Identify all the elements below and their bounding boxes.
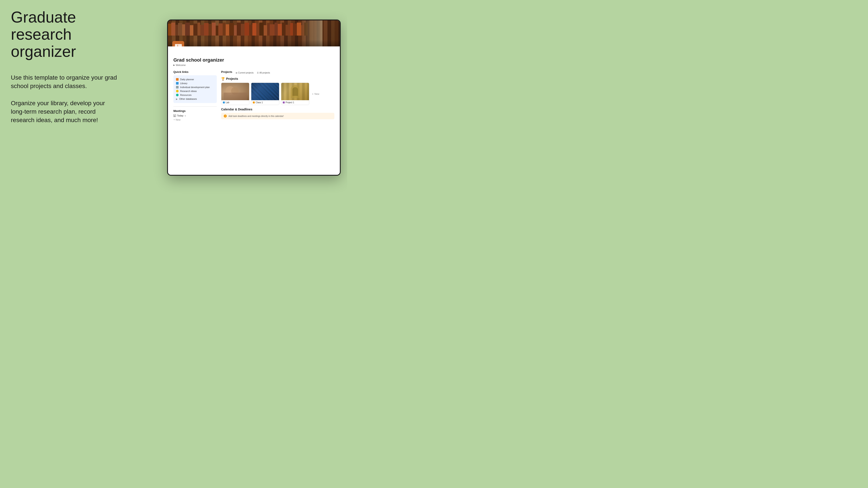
dev-plan-icon	[176, 86, 179, 89]
tab-all-projects[interactable]: ☰ All projects	[256, 71, 271, 74]
project1-card-icon	[283, 101, 285, 103]
quick-link-other-db[interactable]: ▶ Other databases	[176, 97, 214, 101]
dev-plan-label: Individual development plan	[180, 86, 210, 89]
app-icon	[172, 41, 184, 46]
app-body: Grad school organizer ▶ Welcome Quick li…	[168, 46, 340, 175]
research-ideas-label: Research ideas	[180, 90, 196, 92]
meetings-section: Meetings ▦ Today ∨ + New	[174, 109, 217, 121]
calendar-notice-text: Add task deadlines and meetings directly…	[228, 115, 284, 117]
quick-link-daily-planner[interactable]: Daily planner	[176, 77, 214, 82]
all-projects-label: All projects	[259, 72, 270, 74]
meetings-today[interactable]: ▦ Today ∨	[174, 114, 217, 117]
class-card-icon	[253, 101, 255, 103]
calendar-symbol: ▦	[174, 115, 175, 117]
lab-card-footer: Lab	[221, 100, 249, 105]
projects-section-title: Projects	[221, 70, 232, 73]
library-label: Library	[180, 82, 187, 85]
resources-label: Resources	[180, 94, 192, 96]
project1-card-footer: Project 1	[281, 100, 309, 105]
new-label: New	[176, 119, 181, 121]
plus-icon: +	[174, 118, 175, 121]
book-icon	[175, 44, 182, 46]
class-card-image	[251, 83, 279, 100]
other-db-arrow: ▶	[176, 98, 178, 100]
list-icon: ☰	[257, 72, 259, 74]
project-card-lab[interactable]: Lab	[221, 83, 249, 105]
project-card-project1[interactable]: Project 1	[281, 83, 309, 105]
description-1: Use this template to organize your grad …	[11, 73, 119, 90]
current-projects-label: Current projects	[238, 72, 253, 74]
app-welcome: ▶ Welcome	[174, 64, 334, 66]
new-plus-icon: +	[312, 92, 314, 96]
quick-links-box: Daily planner Library Individual develop…	[174, 75, 217, 103]
welcome-label: Welcome	[176, 64, 186, 66]
quick-link-research-ideas[interactable]: Research ideas	[176, 89, 214, 93]
today-label: Today	[177, 114, 183, 117]
research-ideas-icon	[176, 90, 179, 92]
calendar-section-title: Calendar & Deadlines	[221, 107, 334, 111]
app-page-title: Grad school organizer	[174, 57, 334, 63]
description-2: Organize your library, develop your long…	[11, 99, 119, 125]
calendar-section: Calendar & Deadlines ! Add task deadline…	[221, 107, 334, 119]
notice-icon: !	[224, 115, 227, 118]
meetings-title: Meetings	[174, 109, 217, 112]
new-button-label: New	[314, 93, 319, 95]
new-project-button[interactable]: + New	[311, 91, 320, 97]
projects-tabs: ⊞ Current projects ☰ All projects	[235, 71, 271, 74]
projects-title-label: Projects	[226, 77, 238, 80]
quick-link-resources[interactable]: Resources	[176, 93, 214, 97]
projects-title: 🏆 Projects	[221, 77, 334, 80]
main-title: Graduate research organizer	[11, 9, 119, 60]
tab-current-projects[interactable]: ⊞ Current projects	[235, 71, 255, 74]
dropdown-arrow: ∨	[184, 115, 186, 117]
library-icon	[176, 82, 179, 85]
daily-planner-label: Daily planner	[180, 78, 194, 81]
other-db-label: Other databases	[179, 98, 197, 100]
class-card-label: Class 1	[256, 101, 263, 104]
lab-card-label: Lab	[226, 101, 229, 104]
welcome-arrow: ▶	[174, 64, 175, 66]
daily-planner-icon	[176, 78, 179, 81]
quick-links-title: Quick links	[174, 70, 217, 73]
lab-card-image	[221, 83, 249, 100]
trophy-icon: 🏆	[221, 77, 225, 80]
resources-icon	[176, 94, 179, 96]
lab-card-icon	[223, 101, 225, 103]
project1-card-image	[281, 83, 309, 100]
header-banner	[168, 21, 340, 46]
class-card-footer: Class 1	[251, 100, 279, 105]
calendar-icon: ▦	[174, 114, 176, 117]
projects-header: Projects ⊞ Current projects ☰ All projec…	[221, 70, 334, 75]
project-card-class[interactable]: Class 1	[251, 83, 279, 105]
meetings-new-button[interactable]: + New	[174, 118, 217, 121]
quick-link-library[interactable]: Library	[176, 82, 214, 85]
screenshot-container: Grad school organizer ▶ Welcome Quick li…	[167, 20, 341, 176]
left-section: Graduate research organizer Use this tem…	[11, 9, 119, 133]
left-column: Quick links Daily planner Library	[174, 70, 217, 169]
grid-icon: ⊞	[236, 72, 238, 74]
quick-link-dev-plan[interactable]: Individual development plan	[176, 85, 214, 89]
project1-card-label: Project 1	[286, 101, 294, 104]
app-content: Grad school organizer ▶ Welcome Quick li…	[168, 21, 340, 175]
two-col-layout: Quick links Daily planner Library	[174, 70, 334, 169]
right-column: Projects ⊞ Current projects ☰ All projec…	[221, 70, 334, 169]
calendar-notice: ! Add task deadlines and meetings direct…	[221, 113, 334, 119]
divider-1	[174, 106, 217, 107]
project-cards-grid: Lab Class 1	[221, 83, 334, 105]
